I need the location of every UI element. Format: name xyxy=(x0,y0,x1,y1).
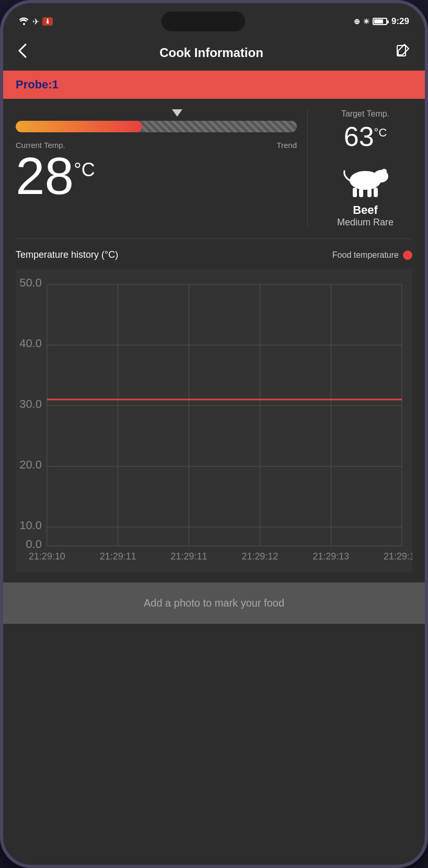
dynamic-island xyxy=(161,12,245,31)
app-icon: 🌡 xyxy=(42,17,53,26)
probe-label: Probe:1 xyxy=(16,78,59,91)
target-temp-panel: Target Temp. 63°C xyxy=(308,109,412,228)
status-right-icons: ⊕ ✳ 9:29 xyxy=(354,16,409,27)
chart-legend: Food temperature xyxy=(332,250,412,260)
trend-label: Trend xyxy=(276,141,297,150)
target-temp-label: Target Temp. xyxy=(341,109,389,119)
wifi-icon xyxy=(19,17,29,27)
svg-text:21:29:13: 21:29:13 xyxy=(313,551,349,562)
current-temp-panel: Current Temp. Trend 28°C xyxy=(16,109,308,228)
svg-text:50.0: 50.0 xyxy=(19,276,42,289)
time-display: 9:29 xyxy=(391,16,409,27)
svg-text:21:29:12: 21:29:12 xyxy=(241,551,278,562)
page-title: Cook Information xyxy=(159,45,263,60)
phone-frame: ✈ 🌡 ⊕ ✳ 9:29 Cook Information xyxy=(0,0,428,868)
progress-triangle xyxy=(172,109,182,117)
nfc-icon: ⊕ xyxy=(354,17,360,26)
status-left-icons: ✈ 🌡 xyxy=(19,17,53,27)
progress-fill xyxy=(16,121,142,132)
svg-text:21:29:14: 21:29:14 xyxy=(384,551,412,562)
progress-remaining xyxy=(142,121,297,132)
probe-bar: Probe:1 xyxy=(3,71,425,99)
svg-text:21:29:11: 21:29:11 xyxy=(171,551,207,562)
svg-text:21:29:10: 21:29:10 xyxy=(29,551,65,562)
food-doneness-label: Medium Rare xyxy=(337,217,394,228)
legend-dot xyxy=(403,250,412,260)
chart-title: Temperature history (°C) xyxy=(16,249,118,260)
chart-section: Temperature history (°C) Food temperatur… xyxy=(3,239,425,583)
edit-button[interactable] xyxy=(396,44,410,62)
current-temp-display: 28°C xyxy=(16,150,297,202)
progress-bar xyxy=(16,121,297,132)
svg-rect-6 xyxy=(367,189,372,197)
temperature-chart: 50.0 40.0 30.0 20.0 10.0 0.0 21:29:10 21… xyxy=(16,269,412,572)
food-type-label: Beef xyxy=(353,203,378,217)
airplane-icon: ✈ xyxy=(32,17,39,27)
battery-icon xyxy=(373,18,387,25)
svg-text:20.0: 20.0 xyxy=(19,458,42,471)
bluetooth-icon: ✳ xyxy=(363,17,369,26)
chart-svg: 50.0 40.0 30.0 20.0 10.0 0.0 21:29:10 21… xyxy=(16,269,412,572)
current-temp-value: 28°C xyxy=(16,146,95,205)
svg-text:10.0: 10.0 xyxy=(19,519,42,532)
back-button[interactable] xyxy=(18,43,27,62)
add-photo-button[interactable]: Add a photo to mark your food xyxy=(3,583,425,624)
cow-icon xyxy=(339,161,391,199)
progress-indicator xyxy=(16,109,297,119)
temp-progress-container xyxy=(16,109,297,132)
svg-rect-5 xyxy=(359,189,363,197)
status-bar: ✈ 🌡 ⊕ ✳ 9:29 xyxy=(3,3,425,35)
svg-text:21:29:11: 21:29:11 xyxy=(100,551,136,562)
svg-point-3 xyxy=(381,169,387,173)
svg-rect-7 xyxy=(374,188,378,197)
phone-screen: ✈ 🌡 ⊕ ✳ 9:29 Cook Information xyxy=(3,3,425,865)
target-temp-display: 63°C xyxy=(344,121,387,152)
add-photo-label: Add a photo to mark your food xyxy=(144,597,284,609)
legend-label: Food temperature xyxy=(332,250,399,260)
svg-text:40.0: 40.0 xyxy=(19,337,42,350)
target-temp-value: 63°C xyxy=(344,121,387,152)
main-content: Current Temp. Trend 28°C Target Temp. 6 xyxy=(3,99,425,583)
app-header: Cook Information xyxy=(3,35,425,71)
current-temp-unit: °C xyxy=(74,159,95,180)
svg-text:30.0: 30.0 xyxy=(19,397,42,410)
svg-rect-4 xyxy=(353,188,357,197)
temperature-section: Current Temp. Trend 28°C Target Temp. 6 xyxy=(3,99,425,238)
chart-header: Temperature history (°C) Food temperatur… xyxy=(16,249,412,260)
target-temp-unit: °C xyxy=(374,126,387,139)
svg-text:0.0: 0.0 xyxy=(26,538,42,551)
